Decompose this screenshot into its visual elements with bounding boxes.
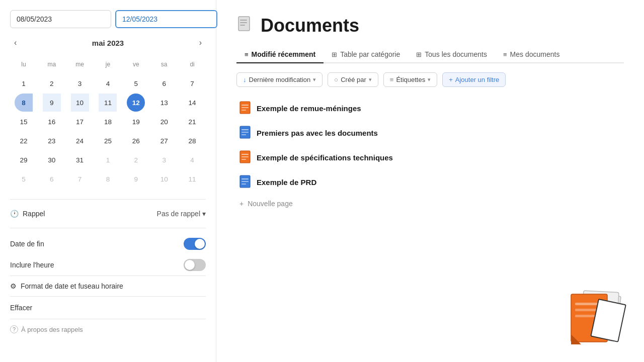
format-row[interactable]: ⚙ Format de date et fuseau horaire	[10, 276, 206, 297]
calendar-day[interactable]: 8	[15, 94, 33, 112]
filter-dernière-modification[interactable]: ↓Dernière modification▾	[236, 72, 323, 87]
toggle-thumb-2	[185, 260, 195, 270]
calendar-day[interactable]: 25	[99, 132, 117, 150]
calendar-day[interactable]: 9	[43, 94, 61, 112]
filter-icon: ○	[334, 76, 338, 83]
document-item[interactable]: Premiers pas avec les documents	[236, 122, 624, 144]
calendar-day[interactable]: 29	[15, 151, 33, 169]
document-item[interactable]: Exemple de PRD	[236, 171, 624, 194]
calendar-day[interactable]: 12	[127, 94, 145, 112]
doc-title: Premiers pas avec les documents	[257, 129, 378, 137]
calendar-day[interactable]: 3	[155, 151, 173, 169]
calendar-day[interactable]: 11	[183, 170, 201, 188]
filter-étiquettes[interactable]: ≡Étiquettes▾	[383, 72, 437, 87]
inclure-heure-row: Inclure l'heure	[10, 254, 206, 276]
tab-icon: ≡	[245, 51, 249, 58]
svg-rect-6	[242, 107, 249, 108]
document-illustration	[558, 287, 629, 352]
right-panel: Documents ≡Modifié récemment⊞Table par c…	[216, 0, 644, 362]
calendar-day[interactable]: 19	[127, 113, 145, 131]
calendar-day[interactable]: 13	[155, 94, 173, 112]
calendar-day[interactable]: 2	[127, 151, 145, 169]
filter-créé-par[interactable]: ○Créé par▾	[328, 72, 378, 87]
calendar-day[interactable]: 18	[99, 113, 117, 131]
filter-icon: ≡	[390, 76, 394, 83]
calendar-day[interactable]: 9	[127, 170, 145, 188]
date-fin-row: Date de fin	[10, 233, 206, 254]
calendar-day[interactable]: 7	[183, 74, 201, 93]
divider-2	[10, 228, 206, 228]
inclure-heure-toggle[interactable]	[184, 259, 206, 271]
calendar-day[interactable]: 17	[71, 113, 89, 131]
next-month-button[interactable]: ›	[195, 36, 206, 49]
calendar-day[interactable]: 4	[99, 74, 117, 93]
calendar-day[interactable]: 23	[43, 132, 61, 150]
calendar-day[interactable]: 10	[71, 94, 89, 112]
calendar-day[interactable]: 27	[155, 132, 173, 150]
documents-page-icon	[236, 16, 254, 36]
document-item[interactable]: Exemple de spécifications techniques	[236, 146, 624, 169]
date-end-input[interactable]	[115, 10, 217, 28]
svg-rect-19	[242, 184, 246, 185]
calendar-day[interactable]: 11	[99, 94, 117, 112]
apropos-label: À propos des rappels	[21, 326, 83, 333]
calendar-day[interactable]: 21	[183, 113, 201, 131]
calendar-day[interactable]: 28	[183, 132, 201, 150]
date-inputs	[10, 10, 206, 28]
filter-ajouter-un-filtre[interactable]: +Ajouter un filtre	[442, 72, 506, 87]
effacer-row[interactable]: Effacer	[10, 297, 206, 319]
svg-rect-3	[240, 25, 245, 26]
calendar-day[interactable]: 5	[15, 170, 33, 188]
calendar-day[interactable]: 14	[183, 94, 201, 112]
tab-mes-documents[interactable]: ≡Mes documents	[495, 46, 568, 63]
svg-rect-9	[242, 129, 249, 130]
calendar-day[interactable]: 2	[43, 74, 61, 93]
calendar-day[interactable]: 22	[15, 132, 33, 150]
date-start-input[interactable]	[10, 10, 111, 28]
weekday-header: lu	[15, 55, 33, 73]
calendar-day[interactable]: 1	[99, 151, 117, 169]
calendar-day[interactable]: 5	[127, 74, 145, 93]
calendar-day[interactable]: 8	[99, 170, 117, 188]
tab-modifié-récemment[interactable]: ≡Modifié récemment	[236, 46, 324, 63]
reminder-value[interactable]: Pas de rappel ▾	[157, 210, 206, 218]
tab-label: Tous les documents	[425, 50, 487, 58]
calendar-day[interactable]: 24	[71, 132, 89, 150]
doc-file-icon	[239, 175, 251, 190]
tab-label: Table par catégorie	[340, 50, 400, 58]
calendar-day[interactable]: 4	[183, 151, 201, 169]
apropos-row[interactable]: ? À propos des rappels	[10, 319, 206, 339]
svg-rect-10	[242, 132, 249, 133]
tab-tous-les-documents[interactable]: ⊞Tous les documents	[408, 46, 495, 63]
new-page-button[interactable]: + Nouvelle page	[236, 196, 624, 212]
calendar-day[interactable]: 26	[127, 132, 145, 150]
date-fin-toggle[interactable]	[184, 238, 206, 250]
tab-label: Mes documents	[510, 50, 560, 58]
filters-bar: ↓Dernière modification▾○Créé par▾≡Étique…	[236, 72, 624, 87]
page-title: Documents	[261, 15, 359, 36]
calendar-day[interactable]: 6	[155, 74, 173, 93]
calendar-day[interactable]: 30	[43, 151, 61, 169]
document-item[interactable]: Exemple de remue-méninges	[236, 97, 624, 120]
tab-icon: ⊞	[332, 51, 337, 58]
doc-header: Documents	[236, 15, 624, 36]
calendar-day[interactable]: 7	[71, 170, 89, 188]
svg-rect-14	[242, 156, 249, 157]
tab-table-par-catégorie[interactable]: ⊞Table par catégorie	[324, 46, 408, 63]
calendar-day[interactable]: 15	[15, 113, 33, 131]
calendar-day[interactable]: 31	[71, 151, 89, 169]
prev-month-button[interactable]: ‹	[10, 36, 21, 49]
weekday-header: sa	[155, 55, 173, 73]
calendar-day[interactable]: 10	[155, 170, 173, 188]
chevron-down-icon: ▾	[369, 76, 372, 83]
calendar-day[interactable]: 20	[155, 113, 173, 131]
calendar-day[interactable]: 3	[71, 74, 89, 93]
filter-label: Dernière modification	[249, 76, 311, 83]
calendar-day[interactable]: 1	[15, 74, 33, 93]
weekday-header: ve	[127, 55, 145, 73]
doc-file-icon	[239, 126, 251, 140]
calendar-day[interactable]: 6	[43, 170, 61, 188]
svg-rect-23	[575, 303, 600, 305]
reminder-label: 🕐 Rappel	[10, 210, 45, 218]
calendar-day[interactable]: 16	[43, 113, 61, 131]
